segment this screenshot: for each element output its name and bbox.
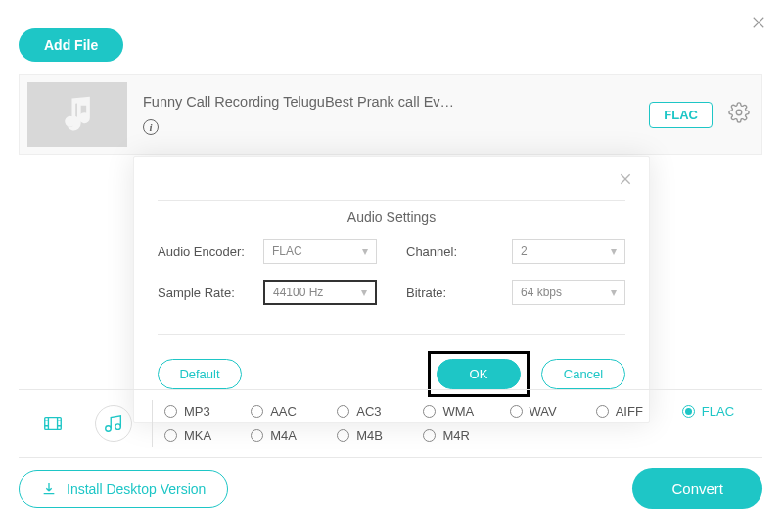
radio-icon <box>337 405 349 418</box>
cancel-button[interactable]: Cancel <box>541 359 625 389</box>
radio-icon <box>423 429 436 442</box>
format-label: M4B <box>356 428 383 443</box>
radio-icon <box>164 429 177 442</box>
audio-settings-modal: Audio Settings Audio Encoder: FLAC ▾ Cha… <box>133 156 650 423</box>
format-option-m4a[interactable]: M4A <box>251 428 331 443</box>
divider <box>158 200 625 201</box>
svg-rect-1 <box>45 418 62 430</box>
format-option-mp3[interactable]: MP3 <box>164 404 245 419</box>
divider <box>152 400 153 447</box>
format-label: AIFF <box>616 404 643 419</box>
encoder-select[interactable]: FLAC ▾ <box>263 239 377 264</box>
chevron-down-icon: ▾ <box>362 244 368 258</box>
channel-label: Channel: <box>406 244 512 259</box>
convert-button[interactable]: Convert <box>632 468 762 509</box>
radio-icon <box>510 405 523 418</box>
format-option-m4b[interactable]: M4B <box>337 428 417 443</box>
video-tab[interactable] <box>34 405 71 442</box>
format-badge[interactable]: FLAC <box>649 102 713 128</box>
close-icon[interactable] <box>618 171 633 191</box>
format-option-aac[interactable]: AAC <box>251 404 331 419</box>
sample-rate-label: Sample Rate: <box>158 286 263 300</box>
format-option-wma[interactable]: WMA <box>423 404 503 419</box>
sample-rate-value: 44100 Hz <box>273 286 323 299</box>
format-label: AC3 <box>356 404 381 419</box>
svg-point-3 <box>115 424 121 430</box>
format-bar: MP3AACAC3WMAWAVAIFFFLACMKAM4AM4BM4R <box>19 389 762 458</box>
format-option-ac3[interactable]: AC3 <box>337 404 417 419</box>
sample-rate-select[interactable]: 44100 Hz ▾ <box>263 280 377 305</box>
format-option-m4r[interactable]: M4R <box>423 428 503 443</box>
divider <box>158 334 625 335</box>
file-card: Funny Call Recording TeluguBest Prank ca… <box>19 74 762 155</box>
install-label: Install Desktop Version <box>67 481 206 497</box>
modal-title: Audio Settings <box>158 209 625 225</box>
radio-icon <box>164 405 177 418</box>
channel-select[interactable]: 2 ▾ <box>512 239 625 264</box>
install-desktop-button[interactable]: Install Desktop Version <box>19 470 228 508</box>
gear-icon[interactable] <box>728 102 754 127</box>
format-option-aiff[interactable]: AIFF <box>596 404 676 419</box>
bitrate-value: 64 kbps <box>521 286 562 299</box>
encoder-label: Audio Encoder: <box>158 244 263 259</box>
svg-point-0 <box>736 110 742 115</box>
radio-icon <box>337 429 349 442</box>
close-icon[interactable] <box>750 14 767 35</box>
audio-tab[interactable] <box>95 405 132 442</box>
chevron-down-icon: ▾ <box>611 286 617 299</box>
format-option-flac[interactable]: FLAC <box>682 404 762 419</box>
bitrate-label: Bitrate: <box>406 286 512 300</box>
channel-value: 2 <box>521 244 528 258</box>
ok-button[interactable]: OK <box>437 359 521 389</box>
svg-point-2 <box>106 426 112 432</box>
radio-icon <box>423 405 436 418</box>
radio-icon <box>251 429 263 442</box>
file-info: Funny Call Recording TeluguBest Prank ca… <box>143 94 649 135</box>
encoder-value: FLAC <box>272 244 302 258</box>
format-label: MKA <box>184 428 211 443</box>
format-label: AAC <box>270 404 297 419</box>
format-label: WMA <box>442 404 474 419</box>
format-label: M4A <box>270 428 297 443</box>
radio-icon <box>682 405 695 418</box>
chevron-down-icon: ▾ <box>611 244 617 258</box>
chevron-down-icon: ▾ <box>361 286 367 299</box>
add-file-button[interactable]: Add File <box>19 28 123 62</box>
music-icon <box>27 82 127 147</box>
format-label: MP3 <box>184 404 210 419</box>
format-option-wav[interactable]: WAV <box>510 404 590 419</box>
radio-icon <box>251 405 263 418</box>
format-option-mka[interactable]: MKA <box>164 428 245 443</box>
radio-icon <box>596 405 609 418</box>
format-label: FLAC <box>702 404 734 419</box>
format-label: WAV <box>530 404 557 419</box>
format-label: M4R <box>442 428 469 443</box>
bitrate-select[interactable]: 64 kbps ▾ <box>512 280 625 305</box>
info-icon[interactable]: i <box>143 119 159 135</box>
default-button[interactable]: Default <box>158 359 242 389</box>
file-title: Funny Call Recording TeluguBest Prank ca… <box>143 94 649 110</box>
